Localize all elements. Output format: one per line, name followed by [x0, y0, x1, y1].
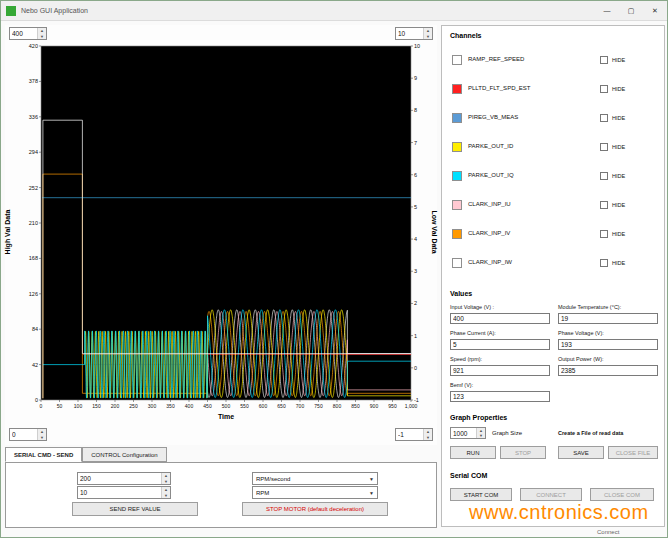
- low-min-input[interactable]: [396, 429, 423, 440]
- chevron-down-icon: ▼: [366, 490, 377, 496]
- y-tick-label-left: 0: [35, 397, 38, 403]
- high-min-input[interactable]: [10, 429, 37, 440]
- x-tick-label: 250: [129, 403, 138, 409]
- low-max-input[interactable]: [396, 28, 423, 39]
- spinner-down-icon[interactable]: ▼: [38, 34, 46, 40]
- module-temperature-field[interactable]: [558, 313, 658, 324]
- y-tick-label-left: 126: [29, 291, 38, 297]
- channel-color-swatch[interactable]: [452, 200, 462, 210]
- channel-label: RAMP_REF_SPEED: [468, 56, 524, 62]
- channel-label: PLLTD_FLT_SPD_EST: [468, 85, 530, 91]
- channel-color-swatch[interactable]: [452, 55, 462, 65]
- channel-label: CLARK_INP_IV: [468, 230, 510, 236]
- graph-properties-header: Graph Properties: [450, 414, 507, 421]
- maximize-button[interactable]: ▢: [619, 1, 643, 20]
- x-tick-label: 50: [57, 403, 63, 409]
- channel-color-swatch[interactable]: [452, 142, 462, 152]
- statusbar-text: Connect: [597, 529, 619, 535]
- run-button[interactable]: RUN: [450, 446, 496, 459]
- accel-unit-value: RPM/second: [256, 476, 366, 482]
- input-voltage-field[interactable]: [450, 313, 550, 324]
- channel-color-swatch[interactable]: [452, 84, 462, 94]
- close-com-button[interactable]: CLOSE COM: [590, 488, 654, 501]
- output-power-field[interactable]: [558, 365, 658, 376]
- graph-size-input[interactable]: [451, 428, 476, 438]
- hide-checkbox[interactable]: [600, 230, 608, 238]
- close-button[interactable]: ✕: [643, 1, 667, 20]
- tab-bar: SERIAL CMD - SEND CONTROL Configuration: [5, 447, 167, 462]
- y-tick-label-left: 42: [32, 362, 38, 368]
- channel-color-swatch[interactable]: [452, 171, 462, 181]
- x-tick-label: 900: [370, 403, 379, 409]
- spinner-down-icon[interactable]: ▼: [424, 435, 432, 441]
- hide-checkbox[interactable]: [600, 143, 608, 151]
- y-tick-label-left: 294: [29, 149, 38, 155]
- tab-control-configuration[interactable]: CONTROL Configuration: [82, 447, 166, 462]
- stop-button[interactable]: STOP: [500, 446, 546, 459]
- phase-voltage-field[interactable]: [558, 339, 658, 350]
- hide-checkbox-label: HIDE: [612, 144, 625, 150]
- chart-panel: ▲▼ ▲▼ High Val Data Low Val Data 0501001…: [5, 25, 437, 445]
- channel-row: PLLTD_FLT_SPD_EST HIDE: [442, 83, 664, 95]
- spinner-arrows: ▲▼: [37, 429, 46, 440]
- spinner-arrows: ▲▼: [161, 487, 170, 498]
- high-max-input[interactable]: [10, 28, 37, 39]
- watermark-text: www.cntronics.com: [469, 501, 649, 524]
- app-window: Nebo GUI Application — ▢ ✕ ▲▼ ▲▼ High Va…: [0, 0, 668, 538]
- close-file-button[interactable]: CLOSE FILE: [608, 446, 658, 459]
- spinner-down-icon[interactable]: ▼: [162, 479, 170, 485]
- x-tick-label: 150: [92, 403, 101, 409]
- x-tick-label: 700: [296, 403, 305, 409]
- y-tick-label-left: 378: [29, 78, 38, 84]
- accel-unit-dropdown[interactable]: RPM/second ▼: [252, 472, 378, 485]
- x-tick-label: 300: [148, 403, 157, 409]
- graph-size-spinner: ▲▼: [450, 427, 486, 439]
- channel-color-swatch[interactable]: [452, 113, 462, 123]
- y-tick-label-right: 5: [414, 204, 417, 210]
- hide-checkbox[interactable]: [600, 172, 608, 180]
- spinner-down-icon[interactable]: ▼: [477, 433, 485, 438]
- tab-serial-cmd-send[interactable]: SERIAL CMD - SEND: [5, 447, 82, 462]
- titlebar: Nebo GUI Application — ▢ ✕: [1, 1, 667, 21]
- x-tick-label: 400: [185, 403, 194, 409]
- start-com-button[interactable]: START COM: [450, 488, 512, 501]
- phase-current-field[interactable]: [450, 339, 550, 350]
- chevron-down-icon: ▼: [366, 476, 377, 482]
- graph-size-label: Graph Size: [492, 430, 522, 436]
- hide-checkbox[interactable]: [600, 56, 608, 64]
- bemf-field[interactable]: [450, 391, 550, 402]
- y-tick-label-right: 4: [414, 236, 417, 242]
- y-tick-label-right: 7: [414, 140, 417, 146]
- accel-value-input[interactable]: [78, 487, 161, 498]
- spinner-arrows: ▲▼: [37, 28, 46, 39]
- channel-color-swatch[interactable]: [452, 258, 462, 268]
- channel-color-swatch[interactable]: [452, 229, 462, 239]
- stop-motor-button[interactable]: STOP MOTOR (default deceleration): [242, 502, 388, 516]
- spinner-down-icon[interactable]: ▼: [162, 493, 170, 499]
- high-max-spinner: ▲▼: [9, 27, 47, 40]
- y-tick-label-right: 3: [414, 268, 417, 274]
- y-tick-label-left: 252: [29, 185, 38, 191]
- speed-field[interactable]: [450, 365, 550, 376]
- hide-checkbox[interactable]: [600, 201, 608, 209]
- send-ref-value-button[interactable]: SEND REF VALUE: [72, 502, 198, 516]
- ref-value-input[interactable]: [78, 473, 161, 484]
- save-button[interactable]: SAVE: [558, 446, 604, 459]
- speed-unit-dropdown[interactable]: RPM ▼: [252, 486, 378, 499]
- spinner-down-icon[interactable]: ▼: [424, 34, 432, 40]
- connect-button[interactable]: CONNECT: [520, 488, 582, 501]
- hide-checkbox[interactable]: [600, 85, 608, 93]
- accel-value-spinner: ▲▼: [77, 486, 171, 499]
- spinner-arrows: ▲▼: [423, 28, 432, 39]
- channel-row: PARKE_OUT_IQ HIDE: [442, 170, 664, 182]
- minimize-button[interactable]: —: [595, 1, 619, 20]
- hide-checkbox-label: HIDE: [612, 57, 625, 63]
- y-tick-label-left: 336: [29, 114, 38, 120]
- hide-checkbox-label: HIDE: [612, 260, 625, 266]
- x-tick-label: 450: [203, 403, 212, 409]
- channel-label: PARKE_OUT_IQ: [468, 172, 514, 178]
- x-tick-label: 500: [222, 403, 231, 409]
- hide-checkbox[interactable]: [600, 259, 608, 267]
- hide-checkbox[interactable]: [600, 114, 608, 122]
- spinner-down-icon[interactable]: ▼: [38, 435, 46, 441]
